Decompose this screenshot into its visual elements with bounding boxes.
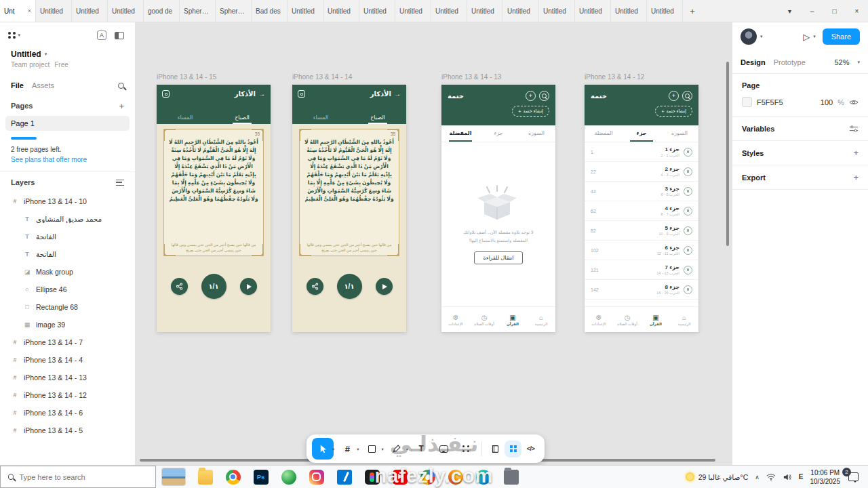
frame-title[interactable]: iPhone 13 & 14 - 14 (292, 73, 352, 81)
tab-prototype[interactable]: Prototype (774, 58, 806, 66)
chevron-down-icon[interactable]: ▾ (857, 60, 860, 65)
actions-tool[interactable] (455, 438, 477, 460)
frame-khatmah-favorites[interactable]: ختمة + + إنشاء ختمة المفضلة جزء السورة (441, 85, 555, 332)
frame-adhkar-2[interactable]: الأذكار → المساء الصباح 35 أَعُوذُ بِالل… (292, 85, 406, 332)
layer-row[interactable]: T محمد صديق المنشاوى (5, 210, 130, 228)
layer-row[interactable]: # iPhone 13 & 14 - 7 (5, 333, 130, 351)
taskbar-app-icon[interactable] (441, 466, 469, 488)
taskbar-app-icon[interactable] (386, 466, 414, 488)
chevron-down-icon[interactable]: ▾ (406, 447, 408, 452)
bookmark-circle-icon[interactable] (684, 266, 692, 274)
chevron-down-icon[interactable]: ▾ (357, 447, 359, 452)
bottom-nav-item[interactable]: ⌂ الرئيسية (670, 314, 698, 326)
frame-title[interactable]: iPhone 13 & 14 - 12 (585, 73, 644, 81)
frame-title[interactable]: iPhone 13 & 14 - 15 (157, 73, 216, 81)
juz-row[interactable]: 1 جزء 1 الحزب 1 - 2 (585, 142, 698, 162)
tab-file[interactable]: File (11, 81, 24, 89)
file-tab[interactable]: Unt × (0, 0, 36, 22)
project-name[interactable]: Untitled (11, 49, 41, 59)
taskbar-clock[interactable]: 10:06 PM 10/3/2025 (810, 468, 841, 486)
juz-row[interactable]: 121 جزء 7 الحزب 13 - 14 (585, 260, 698, 280)
layer-row[interactable]: T الفاتحة (5, 228, 130, 245)
file-tab[interactable]: Untitled × (359, 0, 395, 22)
maximize-button[interactable]: □ (823, 0, 846, 22)
file-tab[interactable]: Untitled × (647, 0, 683, 22)
layer-row[interactable]: # iPhone 13 & 14 - 6 (5, 404, 130, 422)
taskbar-app-icon[interactable] (302, 466, 330, 488)
comment-tool[interactable] (433, 438, 454, 460)
visibility-eye-icon[interactable] (849, 99, 859, 106)
bottom-nav-item[interactable]: ◷ أوقات الصلاة (613, 314, 642, 326)
tab-juz[interactable]: جزء (623, 125, 660, 142)
layer-row[interactable]: ◪ Mask group (5, 263, 130, 281)
layer-row[interactable]: # iPhone 13 & 14 - 10 (5, 192, 130, 210)
bookmark-circle-icon[interactable] (684, 148, 692, 157)
styles-section[interactable]: Styles + (732, 141, 868, 165)
file-tab[interactable]: Untitled × (36, 0, 72, 22)
text-tool[interactable]: T (410, 438, 432, 460)
add-export-button[interactable]: + (853, 172, 859, 182)
file-tab[interactable]: Untitled × (503, 0, 539, 22)
add-khatmah-icon[interactable]: + (669, 91, 679, 101)
file-tab[interactable]: Untitled × (431, 0, 467, 22)
design-canvas[interactable]: iPhone 13 & 14 - 15 iPhone 13 & 14 - 14 … (136, 22, 732, 465)
tab-morning[interactable]: الصباح (349, 112, 406, 124)
taskbar-app-icon[interactable]: Ps (247, 466, 275, 488)
file-tab[interactable]: Untitled × (467, 0, 503, 22)
shape-tool[interactable] (361, 438, 383, 460)
tab-surah[interactable]: السورة (517, 125, 555, 142)
bookmark-circle-icon[interactable] (684, 207, 692, 216)
library-button[interactable] (487, 441, 504, 458)
file-tab[interactable]: Untitled × (611, 0, 647, 22)
tab-list-chevron-icon[interactable]: ▾ (778, 0, 801, 22)
page-opacity-value[interactable]: 100 (821, 98, 833, 106)
tab-evening[interactable]: المساء (292, 112, 349, 124)
dev-mode-button[interactable]: </> (522, 441, 539, 458)
network-icon[interactable] (766, 473, 776, 481)
search-icon[interactable] (682, 91, 692, 101)
chevron-down-icon[interactable]: ▾ (760, 34, 763, 39)
search-button[interactable] (118, 79, 124, 92)
search-icon[interactable] (539, 91, 549, 101)
layer-row[interactable]: # iPhone 13 & 14 - 13 (5, 369, 130, 386)
go-to-reading-button[interactable]: انتقال للقراءة (474, 251, 522, 264)
bottom-nav-item[interactable]: ▣ القرآن (498, 314, 527, 326)
back-arrow-icon[interactable]: → (394, 90, 401, 98)
frame-khatmah-juz[interactable]: ختمة + + إنشاء ختمة المفضلة جزء السورة (585, 85, 698, 332)
move-tool[interactable] (312, 438, 334, 460)
back-arrow-icon[interactable]: → (258, 90, 265, 98)
taskbar-app-icon[interactable] (330, 466, 358, 488)
share-button[interactable] (307, 278, 323, 295)
page-item-page1[interactable]: Page 1 (5, 116, 130, 131)
layer-row[interactable]: □ Rectangle 68 (5, 298, 130, 316)
file-tab[interactable]: Untitled × (108, 0, 144, 22)
tab-favorites[interactable]: المفضلة (441, 125, 479, 142)
bookmark-circle-icon[interactable] (684, 285, 692, 294)
chevron-down-icon[interactable]: ▾ (45, 52, 47, 57)
variables-settings-icon[interactable] (849, 125, 859, 133)
file-tab[interactable]: Untitled × (395, 0, 431, 22)
zoom-level[interactable]: 52% (834, 58, 849, 66)
close-tab-icon[interactable]: × (28, 7, 31, 14)
file-tab[interactable]: Untitled × (323, 0, 359, 22)
juz-row[interactable]: 142 جزء 8 الحزب 15 - 16 (585, 280, 698, 300)
variables-section[interactable]: Variables (732, 117, 868, 141)
dua-counter-button[interactable]: ١/١ (201, 274, 226, 299)
frame-title[interactable]: iPhone 13 & 14 - 13 (441, 73, 501, 81)
frame-adhkar-1[interactable]: الأذكار → المساء الصباح 35 أَعُوذُ بِالل… (157, 85, 271, 332)
taskbar-app-icon[interactable] (469, 466, 497, 488)
user-avatar[interactable] (741, 28, 757, 45)
search-input[interactable] (19, 473, 148, 481)
volume-icon[interactable] (783, 473, 792, 481)
bookmark-circle-icon[interactable] (684, 246, 692, 255)
file-tab[interactable]: Untitled × (539, 0, 575, 22)
dua-counter-button[interactable]: ١/١ (337, 274, 362, 299)
new-tab-button[interactable]: + (683, 0, 702, 22)
share-button[interactable]: Share (823, 28, 860, 45)
pen-tool[interactable] (386, 438, 408, 460)
layer-row[interactable]: ▦ image 39 (5, 316, 130, 333)
bookmark-circle-icon[interactable] (684, 167, 692, 176)
font-preview-button[interactable]: A (94, 28, 109, 43)
frame-tool[interactable]: # (336, 438, 358, 460)
page-color-swatch[interactable] (742, 97, 752, 107)
